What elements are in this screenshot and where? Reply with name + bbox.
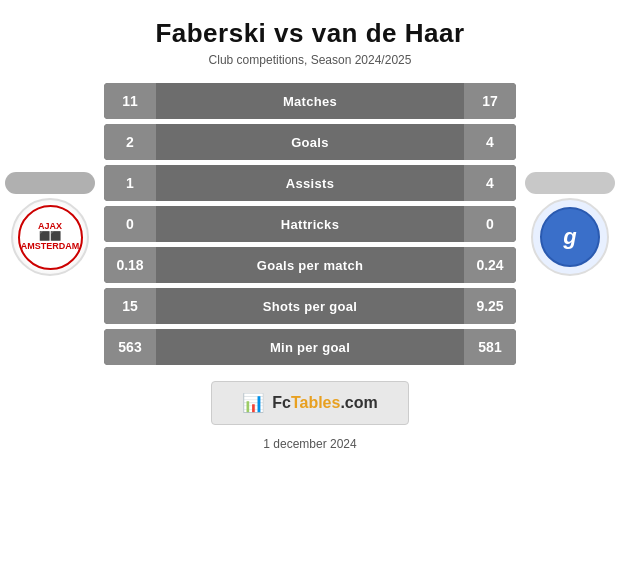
- stat-label: Matches: [156, 94, 464, 109]
- stat-label: Goals per match: [156, 258, 464, 273]
- stat-right-value: 4: [464, 165, 516, 201]
- stat-label: Assists: [156, 176, 464, 191]
- stat-left-value: 2: [104, 124, 156, 160]
- stat-row: 2Goals4: [104, 124, 516, 160]
- stat-left-value: 563: [104, 329, 156, 365]
- stat-right-value: 0.24: [464, 247, 516, 283]
- stat-label: Goals: [156, 135, 464, 150]
- stat-row: 0Hattricks0: [104, 206, 516, 242]
- stat-right-value: 9.25: [464, 288, 516, 324]
- stat-row: 563Min per goal581: [104, 329, 516, 365]
- stat-left-value: 11: [104, 83, 156, 119]
- stat-right-value: 0: [464, 206, 516, 242]
- graafschap-logo: g: [531, 198, 609, 276]
- fctables-banner: 📊 FcTables.com: [211, 381, 409, 425]
- right-team-logo: g: [520, 172, 620, 276]
- ajax-logo-text: AJAX⬛⬛AMSTERDAM: [21, 222, 80, 252]
- stat-label: Min per goal: [156, 340, 464, 355]
- stat-left-value: 0: [104, 206, 156, 242]
- page-header: Faberski vs van de Haar Club competition…: [135, 0, 484, 73]
- stat-row: 15Shots per goal9.25: [104, 288, 516, 324]
- subtitle: Club competitions, Season 2024/2025: [155, 53, 464, 67]
- ajax-logo: AJAX⬛⬛AMSTERDAM: [11, 198, 89, 276]
- stat-row: 1Assists4: [104, 165, 516, 201]
- right-accent-bar: [525, 172, 615, 194]
- stat-row: 0.18Goals per match0.24: [104, 247, 516, 283]
- fctables-icon: 📊: [242, 392, 264, 414]
- stats-table: 11Matches172Goals41Assists40Hattricks00.…: [100, 83, 520, 365]
- footer-date: 1 december 2024: [263, 431, 356, 455]
- stat-label: Hattricks: [156, 217, 464, 232]
- stat-row: 11Matches17: [104, 83, 516, 119]
- graafschap-logo-letter: g: [563, 224, 576, 250]
- stat-left-value: 1: [104, 165, 156, 201]
- stat-left-value: 15: [104, 288, 156, 324]
- left-team-logo: AJAX⬛⬛AMSTERDAM: [0, 172, 100, 276]
- main-content: AJAX⬛⬛AMSTERDAM 11Matches172Goals41Assis…: [0, 73, 620, 371]
- stat-left-value: 0.18: [104, 247, 156, 283]
- stat-right-value: 17: [464, 83, 516, 119]
- stat-right-value: 4: [464, 124, 516, 160]
- fctables-text: FcTables.com: [272, 394, 378, 412]
- left-accent-bar: [5, 172, 95, 194]
- page-title: Faberski vs van de Haar: [155, 18, 464, 49]
- stat-right-value: 581: [464, 329, 516, 365]
- stat-label: Shots per goal: [156, 299, 464, 314]
